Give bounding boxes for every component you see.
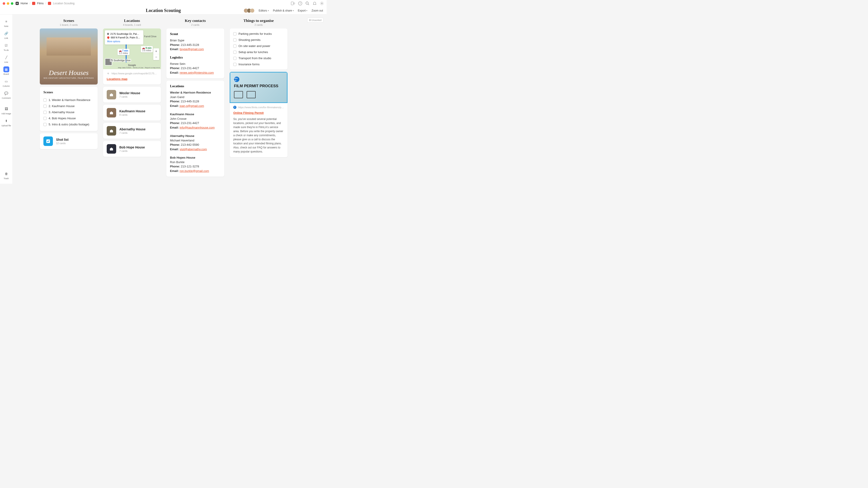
checkbox-icon[interactable] (43, 123, 46, 126)
sidebar-item-link[interactable]: 🔗Link (1, 29, 11, 41)
map-place-label: 75 Southridge Drive (110, 59, 131, 62)
editors-menu[interactable]: Editors▾ (258, 9, 269, 12)
title-bar-right: Editors▾ Publish & share▾ Export▾ Zoom o… (245, 8, 327, 13)
location-name: Bob Hopes House (170, 156, 221, 160)
map-card[interactable]: 2175 Southridge Dr, Palm Spri… 668 N Far… (103, 29, 161, 85)
sidebar-item-board[interactable]: ▦Board (1, 65, 11, 76)
email-link[interactable]: renee.sein@intership.com (180, 71, 214, 74)
contacts-people-card[interactable]: Scout Brian Sype Phone: 213-445-3128 Ema… (166, 29, 224, 78)
bobhope-board[interactable]: Bob Hope House7 cards (103, 141, 161, 157)
scene-item[interactable]: 2. Kaufmann House (43, 103, 94, 109)
scenes-card[interactable]: Scenes 1. Wexler & Harrison Residence 2.… (40, 87, 98, 131)
board-icon (43, 136, 53, 146)
house-icon (107, 126, 116, 135)
map-embed[interactable]: 2175 Southridge Dr, Palm Spri… 668 N Far… (103, 29, 161, 69)
map-zoom-controls: +− (153, 48, 159, 60)
desert-houses-card[interactable]: Desert Houses MID-CENTURY ARCHITECTURE, … (40, 29, 98, 85)
organise-card[interactable]: Parking permits for trucks Shooting perm… (230, 29, 287, 70)
traffic-lights (3, 2, 13, 5)
unsorted-badge[interactable]: 0 Unsorted (307, 18, 323, 23)
checkbox-icon[interactable] (233, 57, 237, 60)
checkbox-icon[interactable] (233, 32, 237, 35)
more-options-link[interactable]: More options (107, 40, 141, 43)
contact-name: Brian Sype (170, 38, 221, 43)
column-scenes: Scenes1 board, 2 cards Desert Houses MID… (40, 19, 98, 179)
link-title[interactable]: Locations map (107, 77, 127, 80)
scene-item[interactable]: 4. Bob Hopes House (43, 115, 94, 121)
sidebar-item-comment[interactable]: 💬Comment (1, 89, 11, 101)
sidebar-item-note[interactable]: ≡Note (1, 17, 11, 29)
card-heading: Scenes (43, 90, 94, 94)
contacts-locations-card[interactable]: Locations Wexler & Harrison Residence Jo… (166, 80, 224, 177)
sidebar-item-column[interactable]: ▭Column (1, 77, 11, 89)
column-locations: Locations4 boards, 1 card 2175 Southridg… (103, 19, 161, 179)
canvas[interactable]: 0 Unsorted Scenes1 board, 2 cards Desert… (13, 14, 327, 184)
image-icon: 🖼 (3, 106, 9, 112)
email-link[interactable]: bsype@gmail.com (180, 47, 204, 51)
breadcrumb-films[interactable]: Films (37, 2, 43, 5)
close-window-icon[interactable] (3, 2, 5, 5)
maximize-window-icon[interactable] (11, 2, 13, 5)
sidebar-item-todo[interactable]: ☑To-do (1, 41, 11, 53)
organise-item[interactable]: On site water and power (233, 43, 284, 49)
board-name: Abernathy House (119, 127, 146, 131)
column-title: Things to organise (230, 19, 287, 23)
devices-icon[interactable]: 0 (291, 1, 295, 5)
shot-list-board[interactable]: Shot list12 cards (40, 133, 98, 149)
minimize-window-icon[interactable] (7, 2, 9, 5)
permit-card[interactable]: Film LA FILM PERMIT PROCESS fhttps://www… (230, 72, 287, 157)
sidebar-item-upload-file[interactable]: ⬆Upload file (1, 117, 11, 128)
home-icon[interactable]: M (16, 2, 19, 5)
contact-name: Renee Sein (170, 62, 221, 66)
sidebar-item-trash[interactable]: 🗑Trash (1, 169, 11, 181)
checkbox-icon[interactable] (233, 51, 237, 54)
publish-menu[interactable]: Publish & share▾ (273, 9, 294, 12)
help-icon[interactable]: ? (298, 1, 302, 5)
kaufmann-board[interactable]: Kaufmann House8 cards (103, 105, 161, 121)
zoom-out-button[interactable]: Zoom out (311, 9, 323, 12)
checkbox-icon[interactable] (233, 38, 237, 41)
sidebar: ≡Note 🔗Link ☑To-do ╱Line ▦Board ▭Column … (0, 14, 13, 184)
checkbox-icon[interactable] (43, 105, 46, 108)
editor-avatars[interactable] (245, 8, 254, 13)
notification-icon[interactable] (313, 1, 317, 5)
breadcrumb-home[interactable]: Home (21, 2, 28, 5)
checkbox-icon[interactable] (43, 111, 46, 114)
gear-icon[interactable] (320, 1, 324, 5)
zoom-out-button[interactable]: − (153, 54, 159, 60)
location-name: Abernathy House (170, 134, 221, 138)
chevron-down-icon: ▾ (268, 9, 269, 12)
organise-item[interactable]: Transport from the studio (233, 55, 284, 61)
abernathy-board[interactable]: Abernathy House7 cards (103, 123, 161, 139)
scene-item[interactable]: 3. Abernathy House (43, 109, 94, 115)
link-title[interactable]: Online Filming Permit (233, 111, 264, 115)
breadcrumb-current[interactable]: Location Scouting (53, 2, 74, 5)
destination-address: 668 N Farrell Dr, Palm Springs… (111, 36, 141, 39)
organise-item[interactable]: Insurance forms (233, 61, 284, 67)
export-menu[interactable]: Export▾ (298, 9, 308, 12)
search-icon[interactable] (305, 1, 309, 5)
email-link[interactable]: visit@abernathy.com (180, 148, 207, 151)
link-description: So, you've scouted several potential loc… (233, 117, 284, 154)
email-link[interactable]: info@kaufmannhouse.com (180, 126, 215, 129)
device-count: 0 (293, 2, 295, 5)
checkbox-icon[interactable] (233, 63, 237, 66)
board-subtitle: 12 cards (56, 142, 68, 144)
organise-item[interactable]: Parking permits for trucks (233, 31, 284, 37)
scene-item[interactable]: 5. Intro & outro (studio footage) (43, 121, 94, 127)
organise-item[interactable]: Setup area for lunches (233, 49, 284, 55)
checkbox-icon[interactable] (233, 44, 237, 48)
email-link[interactable]: joan.g@gmail.com (180, 104, 204, 107)
organise-item[interactable]: Shooting permits (233, 37, 284, 43)
checkbox-icon[interactable] (43, 98, 46, 102)
sidebar-item-add-image[interactable]: 🖼Add image (1, 105, 11, 116)
wexler-board[interactable]: Wexler House7 cards (103, 87, 161, 103)
sidebar-item-line[interactable]: ╱Line (1, 53, 11, 65)
checkbox-icon[interactable] (43, 117, 46, 120)
svg-line-4 (308, 4, 309, 5)
zoom-in-button[interactable]: + (153, 48, 159, 54)
contact-name: Joan Gand (170, 95, 221, 99)
email-link[interactable]: ron.burkle@gmail.com (180, 169, 209, 173)
column-subtitle: 1 board, 2 cards (40, 24, 98, 26)
scene-item[interactable]: 1. Wexler & Harrison Residence (43, 97, 94, 103)
